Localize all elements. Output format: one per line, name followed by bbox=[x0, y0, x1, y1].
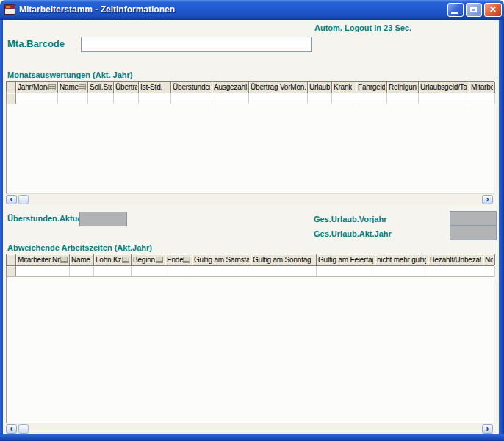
column-header[interactable]: Reinigung bbox=[387, 82, 419, 93]
column-header-label: Krank bbox=[334, 83, 352, 91]
sort-icon bbox=[79, 84, 86, 90]
column-header-label: Not bbox=[485, 256, 493, 264]
column-header-label: nicht mehr gültig bbox=[377, 256, 426, 264]
table-cell[interactable] bbox=[88, 93, 114, 104]
scroll-left-button[interactable]: ‹ bbox=[6, 424, 17, 434]
column-header[interactable]: Name bbox=[58, 82, 88, 93]
column-header[interactable]: Ist-Std. bbox=[139, 82, 171, 93]
table-cell[interactable] bbox=[375, 266, 428, 276]
column-header[interactable]: Gültig am Sonntag bbox=[251, 254, 317, 265]
scrollbar-thumb[interactable] bbox=[18, 424, 29, 434]
arbeitszeiten-table: Mitarbeiter.Nr.NameLohn.KzBeginnEndeGült… bbox=[6, 254, 494, 434]
column-header[interactable]: Krank bbox=[332, 82, 356, 93]
column-header[interactable]: Bezahlt/Unbezahlt bbox=[428, 254, 483, 265]
column-header[interactable]: Not bbox=[483, 254, 495, 265]
auto-logout-text: Autom. Logout in 23 Sec. bbox=[314, 24, 411, 32]
column-header-label: Mitarbeit bbox=[471, 83, 493, 91]
table-cell[interactable] bbox=[58, 93, 88, 104]
arbeitszeiten-table-empty-row bbox=[6, 266, 494, 277]
table-cell[interactable] bbox=[308, 93, 332, 104]
close-button[interactable]: ✕ bbox=[484, 3, 502, 17]
app-icon-mark bbox=[6, 6, 10, 8]
table-cell[interactable] bbox=[249, 93, 308, 104]
table-cell[interactable] bbox=[16, 266, 70, 276]
scrollbar-track[interactable] bbox=[30, 194, 480, 204]
column-header-label: Fahrgeld bbox=[358, 83, 385, 91]
barcode-input[interactable] bbox=[81, 37, 312, 52]
column-header[interactable]: Lohn.Kz bbox=[94, 254, 132, 265]
table-cell[interactable] bbox=[356, 93, 387, 104]
monats-table-body bbox=[6, 104, 494, 193]
column-header[interactable]: Überstunden bbox=[171, 82, 212, 93]
row-selector-cell[interactable] bbox=[7, 266, 16, 276]
monats-table-hscrollbar: ‹ › bbox=[6, 193, 494, 204]
column-header-label: Name bbox=[71, 256, 90, 264]
row-selector-header bbox=[7, 82, 16, 93]
table-cell[interactable] bbox=[70, 266, 94, 276]
ges-urlaub-vorjahr-label: Ges.Urlaub.Vorjahr bbox=[314, 215, 386, 223]
table-cell[interactable] bbox=[419, 93, 469, 104]
ges-urlaub-aktjahr-field bbox=[450, 226, 497, 240]
scrollbar-thumb[interactable] bbox=[18, 195, 29, 204]
column-header[interactable]: Gültig am Samstag bbox=[192, 254, 251, 265]
scroll-right-button[interactable]: › bbox=[482, 195, 493, 204]
column-header[interactable]: Urlaub bbox=[308, 82, 332, 93]
maximize-button[interactable] bbox=[466, 3, 482, 17]
ges-urlaub-aktjahr-label: Ges.Urlaub.Akt.Jahr bbox=[314, 229, 392, 238]
monats-table-empty-row bbox=[6, 93, 494, 104]
column-header-label: Urlaubsgeld/Tag bbox=[420, 83, 467, 91]
table-cell[interactable] bbox=[332, 93, 356, 104]
column-header[interactable]: Übertrag VorMon. bbox=[249, 82, 308, 93]
column-header[interactable]: Ende bbox=[165, 254, 192, 265]
scrollbar-track[interactable] bbox=[30, 423, 480, 434]
sort-icon bbox=[122, 257, 129, 263]
column-header-label: Urlaub bbox=[309, 83, 330, 91]
row-selector-header bbox=[7, 254, 16, 265]
column-header-label: Überstunden bbox=[173, 83, 210, 91]
table-cell[interactable] bbox=[192, 266, 251, 276]
column-header[interactable]: Name bbox=[70, 254, 94, 265]
column-header[interactable]: Urlaubsgeld/Tag bbox=[419, 82, 469, 93]
window-border-right bbox=[499, 20, 504, 434]
column-header[interactable]: Jahr/Monat bbox=[16, 82, 58, 93]
table-cell[interactable] bbox=[94, 266, 132, 276]
table-cell[interactable] bbox=[212, 93, 249, 104]
table-cell[interactable] bbox=[483, 266, 495, 276]
barcode-label: Mta.Barcode bbox=[7, 38, 65, 49]
table-cell[interactable] bbox=[317, 266, 375, 276]
table-cell[interactable] bbox=[171, 93, 212, 104]
column-header[interactable]: nicht mehr gültig bbox=[375, 254, 428, 265]
column-header-label: Jahr/Monat bbox=[18, 83, 48, 91]
column-header-label: Reinigung bbox=[389, 83, 417, 91]
column-header-label: Übertrag VorMon. bbox=[251, 83, 306, 91]
table-cell[interactable] bbox=[132, 266, 165, 276]
table-cell[interactable] bbox=[165, 266, 192, 276]
scroll-right-button[interactable]: › bbox=[482, 424, 493, 434]
column-header[interactable]: Soll.Std bbox=[88, 82, 114, 93]
monats-table: Jahr/MonatNameSoll.StdÜbertragIst-Std.Üb… bbox=[6, 81, 494, 204]
table-cell[interactable] bbox=[139, 93, 171, 104]
table-cell[interactable] bbox=[469, 93, 495, 104]
table-cell[interactable] bbox=[114, 93, 139, 104]
arbeitszeiten-table-header-row: Mitarbeiter.Nr.NameLohn.KzBeginnEndeGült… bbox=[6, 254, 494, 266]
table-cell[interactable] bbox=[251, 266, 317, 276]
row-selector-cell[interactable] bbox=[7, 93, 16, 104]
column-header[interactable]: Übertrag bbox=[114, 82, 139, 93]
section-title-abweichende-arbeitszeiten: Abweichende Arbeitszeiten (Akt.Jahr) bbox=[7, 243, 152, 252]
column-header[interactable]: Beginn bbox=[132, 254, 165, 265]
minimize-button[interactable] bbox=[447, 3, 464, 17]
window-title: Mitarbeiterstamm - Zeitinformationen bbox=[19, 4, 175, 15]
column-header[interactable]: Ausgezahlt bbox=[212, 82, 249, 93]
column-header[interactable]: Fahrgeld bbox=[356, 82, 387, 93]
column-header-label: Beginn bbox=[133, 256, 155, 264]
table-cell[interactable] bbox=[16, 93, 58, 104]
scroll-left-button[interactable]: ‹ bbox=[6, 195, 17, 204]
table-cell[interactable] bbox=[428, 266, 483, 276]
column-header[interactable]: Mitarbeiter.Nr. bbox=[16, 254, 70, 265]
ueberstunden-aktuell-field bbox=[79, 212, 127, 226]
window-border-left bbox=[0, 20, 3, 434]
column-header[interactable]: Mitarbeit bbox=[469, 82, 495, 93]
column-header[interactable]: Gültig am Feiertag bbox=[317, 254, 375, 265]
column-header-label: Name bbox=[60, 83, 79, 91]
table-cell[interactable] bbox=[387, 93, 419, 104]
